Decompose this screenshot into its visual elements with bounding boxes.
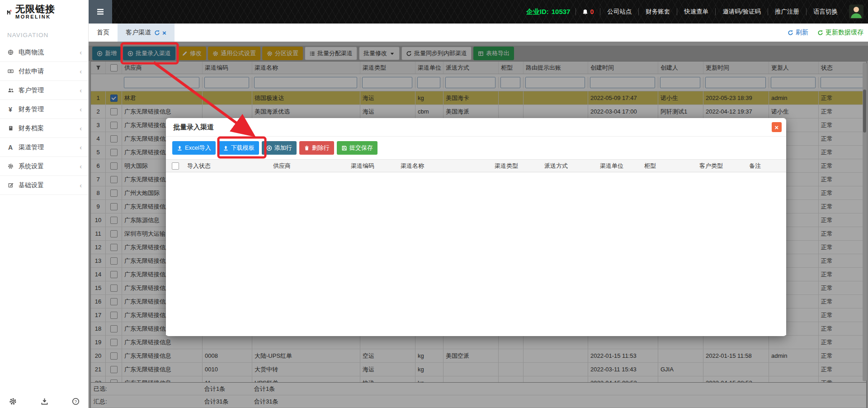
topbar-menu-item[interactable]: 财务账套 [640, 8, 676, 16]
button-label: Excel导入 [185, 144, 211, 152]
refresh-button[interactable]: 刷新 [788, 28, 808, 37]
sidebar-item-客户管理[interactable]: 客户管理‹ [0, 81, 88, 100]
modal-title: 批量录入渠道 [173, 123, 214, 132]
yen-icon: ¥ [6, 106, 14, 113]
update-cache-button[interactable]: 更新数据缓存 [817, 28, 863, 37]
sidebar-item-基础设置[interactable]: 基础设置‹ [0, 176, 88, 195]
gear-icon [9, 398, 17, 405]
refresh-icon [788, 30, 793, 36]
tab-close-icon[interactable]: × [162, 29, 166, 37]
enterprise-id-value: 10537 [552, 8, 571, 15]
chevron-left-icon: ‹ [80, 125, 82, 132]
topbar-menu-item[interactable]: 快速查单 [678, 8, 714, 16]
upload-icon [177, 145, 183, 151]
modal-column-header-供应商[interactable]: 供应商 [271, 160, 349, 172]
modal-column-header-渠道编码[interactable]: 渠道编码 [349, 160, 398, 172]
sidebar-footer-gear-button[interactable] [9, 398, 17, 405]
logo-text-cn: 无限链接 [15, 4, 55, 14]
sidebar-item-渠道管理[interactable]: A渠道管理‹ [0, 138, 88, 157]
tab-首页[interactable]: 首页 [89, 24, 118, 42]
bell-icon [582, 9, 588, 15]
chevron-left-icon: ‹ [80, 87, 82, 94]
modal-column-header-客户类型[interactable]: 客户类型 [697, 160, 747, 172]
sidebar-item-label: 财务档案 [19, 124, 80, 133]
sidebar: NAVIGATION 电商物流‹付款申请‹客户管理‹¥财务管理‹财务档案‹A渠道… [0, 24, 89, 408]
sidebar-item-label: 系统设置 [19, 162, 80, 171]
divider [806, 8, 807, 15]
sidebar-item-电商物流[interactable]: 电商物流‹ [0, 43, 88, 62]
svg-text:?: ? [75, 399, 77, 404]
enterprise-id: 企业ID:10537 [526, 8, 571, 16]
update-cache-label: 更新数据缓存 [826, 28, 863, 37]
modal-button-删除行[interactable]: 删除行 [299, 141, 334, 155]
morelink-logo-icon [6, 9, 12, 15]
channel-icon: A [6, 144, 14, 151]
sync-icon [154, 30, 160, 36]
topbar-menu-item[interactable]: 公司站点 [601, 8, 637, 16]
chevron-left-icon: ‹ [80, 49, 82, 56]
refresh-label: 刷新 [796, 28, 808, 37]
sidebar-item-财务管理[interactable]: ¥财务管理‹ [0, 100, 88, 119]
modal-select-all-cell[interactable] [166, 160, 185, 172]
edit-icon [6, 182, 14, 188]
ledger-icon [6, 125, 14, 131]
topbar-menu-item[interactable]: 推广注册 [769, 8, 805, 16]
download-icon [41, 398, 48, 405]
tab-客户渠道[interactable]: 客户渠道× [118, 24, 175, 42]
chevron-left-icon: ‹ [80, 106, 82, 113]
app-root: 无限链接 MORELINK 企业ID:10537 0 公司站点财务账套快速查单邀… [0, 0, 868, 408]
modal-button-Excel导入[interactable]: Excel导入 [172, 141, 216, 155]
modal-column-header-备注[interactable]: 备注 [747, 160, 801, 172]
chevron-left-icon: ‹ [80, 144, 82, 151]
payment-icon [6, 68, 14, 74]
sidebar-item-label: 付款申请 [19, 67, 80, 76]
topbar-menu: 企业ID:10537 0 公司站点财务账套快速查单邀请码/验证码推广注册语言切换 [526, 0, 868, 24]
sidebar-item-系统设置[interactable]: 系统设置‹ [0, 157, 88, 176]
enterprise-id-label: 企业ID: [526, 8, 549, 15]
upload-icon [223, 145, 229, 151]
save-icon [341, 145, 347, 151]
close-icon[interactable]: × [772, 122, 782, 132]
button-label: 下载模板 [231, 144, 255, 152]
chevron-left-icon: ‹ [80, 68, 82, 75]
modal-table-body [166, 172, 786, 335]
divider [768, 8, 768, 15]
sidebar-item-财务档案[interactable]: 财务档案‹ [0, 119, 88, 138]
sidebar-footer-download-button[interactable] [41, 398, 48, 405]
button-label: 提交保存 [349, 144, 373, 152]
sidebar-item-label: 电商物流 [19, 48, 80, 57]
tab-bar: 首页客户渠道× 刷新 更新数据缓存 [89, 24, 868, 42]
button-label: 删除行 [312, 144, 330, 152]
user-avatar[interactable] [849, 5, 863, 19]
topbar-menu-item[interactable]: 语言切换 [807, 8, 844, 16]
gear-icon [6, 163, 14, 169]
chevron-left-icon: ‹ [80, 163, 82, 170]
modal-column-header-柜型[interactable]: 柜型 [642, 160, 697, 172]
sidebar-footer-help-button[interactable]: ? [72, 398, 80, 405]
modal-column-header-派送方式[interactable]: 派送方式 [542, 160, 598, 172]
sidebar-item-label: 基础设置 [19, 181, 80, 190]
sidebar-item-付款申请[interactable]: 付款申请‹ [0, 62, 88, 81]
sidebar-item-label: 客户管理 [19, 86, 80, 95]
divider [576, 8, 576, 15]
modal-button-提交保存[interactable]: 提交保存 [337, 141, 377, 155]
modal-column-header-渠道单位[interactable]: 渠道单位 [598, 160, 642, 172]
modal-column-header-渠道类型[interactable]: 渠道类型 [492, 160, 542, 172]
divider [600, 8, 600, 15]
modal-column-header-导入状态[interactable]: 导入状态 [185, 160, 271, 172]
modal-button-下载模板[interactable]: 下载模板 [218, 141, 259, 155]
notification-count: 0 [590, 8, 594, 15]
batch-entry-modal: 批量录入渠道 × Excel导入下载模板添加行删除行提交保存 导入状态供应商渠道… [166, 118, 786, 336]
modal-column-header-渠道名称[interactable]: 渠道名称 [398, 160, 492, 172]
modal-select-all-checkbox[interactable] [172, 162, 179, 170]
divider [638, 8, 639, 15]
sidebar-header: NAVIGATION [0, 24, 88, 43]
logo-text-en: MORELINK [15, 14, 55, 19]
logo: 无限链接 MORELINK [0, 0, 89, 24]
notifications-button[interactable]: 0 [577, 8, 599, 15]
sidebar-toggle-button[interactable] [89, 0, 112, 24]
modal-button-添加行[interactable]: 添加行 [262, 141, 297, 155]
chevron-left-icon: ‹ [80, 182, 82, 189]
sidebar-footer: ? [0, 398, 89, 405]
topbar-menu-item[interactable]: 邀请码/验证码 [717, 8, 767, 16]
